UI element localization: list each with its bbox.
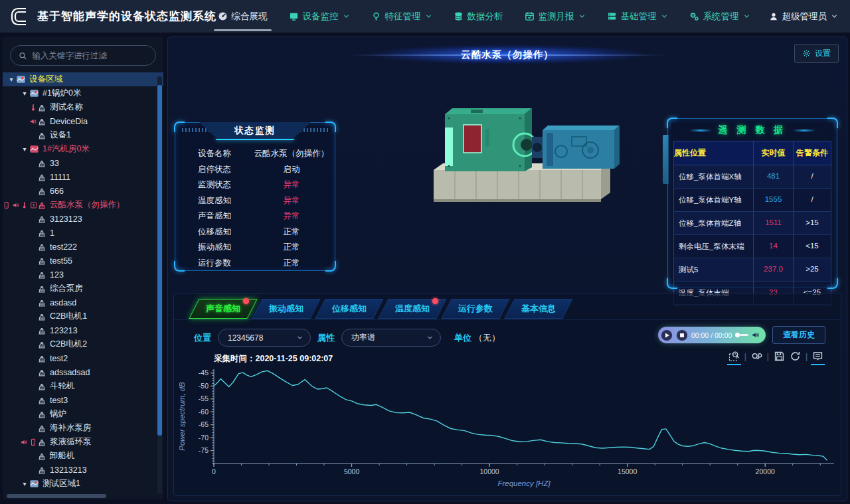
tree-item-666[interactable]: 666 xyxy=(3,184,163,198)
user-menu[interactable]: 超级管理员 xyxy=(769,11,839,23)
status-row: 温度感知异常 xyxy=(175,193,335,209)
tree-item-卸船机[interactable]: 卸船机 xyxy=(3,449,163,463)
tree-item-123213[interactable]: 123213 xyxy=(3,323,163,337)
tree-item-测试区域1[interactable]: ▾测试区域1 xyxy=(3,477,163,491)
nav-item-2[interactable]: 设备监控 xyxy=(289,0,350,33)
tab-运行参数[interactable]: 运行参数 xyxy=(441,299,509,319)
attribute-label: 属性 xyxy=(317,332,335,344)
tab-振动感知[interactable]: 振动感知 xyxy=(252,299,320,319)
status-label: 声音感知 xyxy=(175,210,248,222)
zoom-reset-icon[interactable] xyxy=(751,351,762,362)
tree-expand-icon[interactable]: ▾ xyxy=(20,145,29,153)
status-value: 云酷水泵（勿操作） xyxy=(248,148,335,159)
device-icon xyxy=(37,368,46,377)
tree-item-C2B电机1[interactable]: C2B电机1 xyxy=(3,309,163,323)
search-input[interactable] xyxy=(33,51,147,60)
nav-item-5[interactable]: 监测月报 xyxy=(525,0,586,33)
device-icon xyxy=(37,354,46,363)
tree-item-设备1[interactable]: 设备1 xyxy=(3,128,163,142)
gauge-icon xyxy=(218,11,228,21)
tree-item-DeviceDia[interactable]: DeviceDia xyxy=(3,114,163,128)
telemetry-condition: >15 xyxy=(794,212,831,234)
title-decoration xyxy=(793,129,815,131)
tree-item-锅炉[interactable]: 锅炉 xyxy=(3,407,163,421)
nav-item-3[interactable]: 特征管理 xyxy=(371,0,432,33)
telemetry-attr: 位移_泵体首端Z轴 xyxy=(674,212,754,234)
telemetry-attr: 位移_泵体首端X轴 xyxy=(674,165,754,188)
data-view-icon[interactable] xyxy=(812,351,823,362)
tree-item-123[interactable]: 123 xyxy=(3,268,163,282)
tree-item-测试名称[interactable]: 测试名称 xyxy=(3,100,163,114)
nav-item-4[interactable]: 数据分析 xyxy=(454,0,503,33)
nav-item-1[interactable]: 综合展现 xyxy=(218,0,268,33)
svg-text:-50: -50 xyxy=(199,382,209,390)
tree-item-云酷水泵（勿操作）[interactable]: 云酷水泵（勿操作） xyxy=(3,198,163,212)
thermometer-icon xyxy=(29,104,37,112)
tree-item-label: 云酷水泵（勿操作） xyxy=(50,199,125,210)
tree-expand-icon[interactable]: ▾ xyxy=(7,76,16,83)
tree-item-海补水泵房[interactable]: 海补水泵房 xyxy=(3,421,163,435)
tree-expand-icon[interactable]: ▾ xyxy=(20,90,29,97)
tree-item-33[interactable]: 33 xyxy=(3,156,163,170)
nav-item-7[interactable]: 系统管理 xyxy=(689,0,750,33)
status-icons xyxy=(3,438,37,446)
sidebar-scrollbar-vertical[interactable] xyxy=(157,85,162,436)
status-label: 设备名称 xyxy=(175,148,248,159)
status-row: 启停状态启动 xyxy=(175,162,335,178)
tree-item-test222[interactable]: test222 xyxy=(3,240,163,254)
volume-slider[interactable] xyxy=(735,333,748,337)
location-select[interactable]: 12345678 xyxy=(218,329,311,347)
nav-item-6[interactable]: 基础管理 xyxy=(607,0,668,33)
spectrum-chart[interactable]: -45-50-55-60-65-70-750500010000150002000… xyxy=(175,365,839,498)
tree-item-11111[interactable]: 11111 xyxy=(3,170,163,184)
tab-位移感知[interactable]: 位移感知 xyxy=(315,299,383,319)
tree-item-3123123[interactable]: 3123123 xyxy=(3,212,163,226)
status-label: 运行参数 xyxy=(175,258,248,269)
play-button[interactable] xyxy=(661,329,673,341)
status-label: 启停状态 xyxy=(175,164,248,175)
player-time: 00:00 / 00:00 xyxy=(691,331,732,339)
tree-expand-icon[interactable]: ▾ xyxy=(20,480,29,487)
save-image-icon[interactable] xyxy=(774,351,785,362)
tree-item-test3[interactable]: test3 xyxy=(3,393,163,407)
tree-item-label: 13213213 xyxy=(50,465,87,475)
view-history-button[interactable]: 查看历史 xyxy=(772,326,825,344)
attribute-select[interactable]: 功率谱 xyxy=(341,329,441,347)
device-icon xyxy=(37,159,46,168)
settings-button[interactable]: 设置 xyxy=(794,44,839,63)
tree-item-adssadsad[interactable]: adssadsad xyxy=(3,365,163,379)
tree-item-C2B电机2[interactable]: C2B电机2 xyxy=(3,337,163,351)
tree-item-斗轮机[interactable]: 斗轮机 xyxy=(3,379,163,393)
tree-item-label: 666 xyxy=(50,187,64,196)
tree-item-label: 1 xyxy=(50,228,54,238)
tree-item-asdasd[interactable]: asdasd xyxy=(3,295,163,309)
tab-基本信息[interactable]: 基本信息 xyxy=(504,299,572,319)
telemetry-value: 1511 xyxy=(754,212,794,234)
tree-item-13213213[interactable]: 13213213 xyxy=(3,463,163,477)
tree-search[interactable] xyxy=(10,45,156,66)
tree-item-综合泵房[interactable]: 综合泵房 xyxy=(3,282,163,295)
stop-button[interactable] xyxy=(676,329,688,341)
device-icon xyxy=(37,117,46,126)
device-3d-model[interactable] xyxy=(407,89,666,225)
sidebar-scrollbar-horizontal[interactable] xyxy=(7,494,106,498)
tree-item-浆液循环泵[interactable]: 浆液循环泵 xyxy=(3,435,163,449)
tab-声音感知[interactable]: 声音感知 xyxy=(189,299,257,319)
tree-item-test55[interactable]: test55 xyxy=(3,254,163,268)
tree-item-label: test222 xyxy=(50,242,77,252)
status-title-underline xyxy=(216,139,294,140)
tree-item-设备区域[interactable]: ▾设备区域 xyxy=(3,72,163,86)
nav-item-label: 特征管理 xyxy=(385,11,421,23)
tree-item-test2[interactable]: test2 xyxy=(3,351,163,365)
status-label: 振动感知 xyxy=(175,242,248,253)
tree-item-#1锅炉0米[interactable]: ▾#1锅炉0米 xyxy=(3,86,163,100)
device-icon xyxy=(37,382,46,391)
tree-item-label: 33 xyxy=(50,159,59,168)
refresh-icon[interactable] xyxy=(790,351,801,362)
telemetry-panel: 遥 测 数 据 属性位置实时值告警条件位移_泵体首端X轴481/位移_泵体首端Y… xyxy=(667,118,837,288)
zoom-select-icon[interactable] xyxy=(728,351,740,362)
telemetry-title: 遥 测 数 据 xyxy=(719,124,787,136)
tree-item-1#汽机房0米[interactable]: ▾1#汽机房0米 xyxy=(3,142,163,156)
tree-item-1[interactable]: 1 xyxy=(3,226,163,240)
tab-温度感知[interactable]: 温度感知 xyxy=(378,299,446,319)
